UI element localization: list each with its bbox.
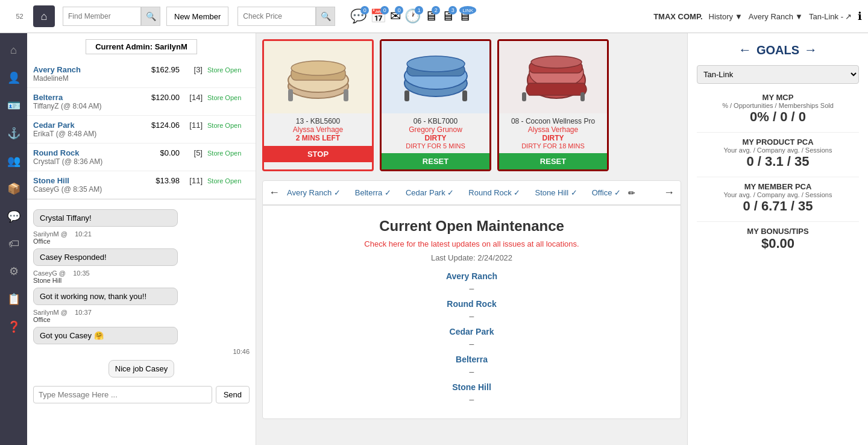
email-badge: 0 [395,6,403,14]
email-nav-item[interactable]: 0 ✉ [390,8,401,24]
sidebar-icon-list[interactable]: 📋 [0,288,27,311]
maintenance-dash-cedar: – [275,339,668,349]
find-member-search[interactable]: 🔍 [63,7,160,26]
sidebar-icon-person[interactable]: 👤 [0,66,27,89]
location-amount: $124.06 [131,121,180,130]
chat-message-4: Got you Casey 🤗 [33,327,178,344]
bed-reset-button[interactable]: RESET [382,153,489,169]
bed-stop-button[interactable]: STOP [264,146,372,162]
sidebar-icon-box[interactable]: 📦 [0,177,27,200]
bed-status: DIRTY [384,134,487,142]
monitor1-nav-item[interactable]: 2 🖥 [424,8,438,24]
history-dropdown[interactable]: History ▼ [709,12,743,21]
goals-member-pca-sub: Your avg. / Company avg. / Sessions [697,191,859,198]
tab-roundrock[interactable]: Round Rock ✓ [461,186,527,200]
wechat-nav-item[interactable]: 0 💬 [350,8,366,24]
home-button[interactable]: ⌂ [33,5,55,27]
maintenance-box: Current Open Maintenance Check here for … [262,205,681,419]
goals-bonus-value: $0.00 [697,236,859,251]
location-name: Stone Hill [33,176,102,185]
svg-rect-17 [580,92,585,101]
monitor2-nav-item[interactable]: 3 🖥 [441,8,454,24]
check-price-button[interactable]: 🔍 [316,7,335,26]
sidebar-icon-user-plus[interactable]: 👥 [0,150,27,172]
goals-title: GOALS [756,43,799,57]
tab-belterra[interactable]: Belterra ✓ [348,186,398,200]
bed-status: DIRTY [502,134,605,142]
find-member-button[interactable]: 🔍 [141,7,160,26]
sidebar-icon-chat[interactable]: 💬 [0,205,27,228]
monitor-link-nav-item[interactable]: LINK 🖥 [458,8,471,24]
store-status: Store Open [207,94,241,101]
sidebar-icons: ⌂ 👤 🪪 ⚓ 👥 📦 💬 🏷 ⚙ 📋 ❓ [0,33,27,445]
goals-bonus-section: MY BONUS/TIPS $0.00 [697,227,859,251]
chat-message-1: Crystal Tiffany! [33,209,178,227]
right-panel: ← GOALS → Tan-Link MY MCP % / Opportunit… [687,33,868,445]
check-price-search[interactable]: 🔍 [237,7,335,26]
new-member-button[interactable]: New Member [166,7,228,26]
bed-reset-button[interactable]: RESET [499,153,607,169]
goals-product-pca-value: 0 / 3.1 / 35 [697,154,859,169]
sidebar-icon-settings[interactable]: ⚙ [0,260,27,283]
location-row-avery[interactable]: Avery Ranch MadelineM $162.95 [3] Store … [27,60,256,88]
bed-svg-1 [282,47,354,107]
bed-info-1: 13 - KBL5600 Alyssa Verhage 2 MINS LEFT [264,113,372,146]
bed-image-3 [499,41,607,113]
location-row-stonehill[interactable]: Stone Hill CaseyG (@ 8:35 AM) $13.98 [11… [27,171,256,199]
location-row-roundrock[interactable]: Round Rock CrystalT (@ 8:36 AM) $0.00 [5… [27,144,256,171]
app-version: 52 [6,13,33,20]
bed-card-3[interactable]: 08 - Cocoon Wellness Pro Alyssa Verhage … [497,39,609,171]
sidebar-icon-anchor[interactable]: ⚓ [0,122,27,145]
location-row-belterra[interactable]: Belterra TiffanyZ (@ 8:04 AM) $120.00 [1… [27,88,256,116]
chat-input[interactable] [33,386,212,403]
chat-message-2: Casey Responded! [33,248,178,266]
tab-avery[interactable]: Avery Ranch ✓ [280,186,348,200]
tabs-prev-arrow[interactable]: ← [269,186,280,199]
info-icon[interactable]: ℹ [858,10,862,23]
location-count: [14] [184,93,203,102]
bed-card-2[interactable]: 06 - KBL7000 Gregory Grunow DIRTY DIRTY … [380,39,491,171]
calendar-nav-item[interactable]: 0 📅 [370,8,386,24]
maintenance-loc-cedar: Cedar Park [275,327,668,336]
bed-info-3: 08 - Cocoon Wellness Pro Alyssa Verhage … [499,113,607,153]
svg-rect-16 [522,92,526,101]
maintenance-loc-stonehill: Stone Hill [275,382,668,392]
location-name: Avery Ranch [33,65,81,74]
goals-location-select[interactable]: Tan-Link [697,65,859,84]
store-status: Store Open [207,150,241,157]
svg-point-3 [291,61,345,75]
chat-send-button[interactable]: Send [216,386,250,403]
goals-member-pca-value: 0 / 6.71 / 35 [697,198,859,214]
location-name: Cedar Park [33,121,96,130]
monitor2-badge: 3 [448,6,457,14]
check-price-input[interactable] [237,7,316,26]
location-amount: $0.00 [131,148,180,157]
bed-info-2: 06 - KBL7000 Gregory Grunow DIRTY DIRTY … [382,113,489,153]
maintenance-dash-stonehill: – [275,394,668,404]
tab-cedar[interactable]: Cedar Park ✓ [398,186,461,200]
bed-card-1[interactable]: 13 - KBL5600 Alyssa Verhage 2 MINS LEFT … [262,39,374,171]
goals-mcp-section: MY MCP % / Opportunities / Memberships S… [697,93,859,125]
tab-office[interactable]: Office ✓ [585,186,628,200]
top-nav: 52 ⌂ 🔍 New Member 🔍 0 💬 0 📅 0 ✉ 1 🕐 [0,0,868,33]
monitor1-badge: 2 [432,6,440,14]
tan-link-dropdown[interactable]: Tan-Link - ↗ [809,12,852,21]
location-dropdown[interactable]: Avery Ranch ▼ [749,12,803,21]
bed-dirty-time: DIRTY FOR 18 MINS [502,142,605,150]
tab-stonehill[interactable]: Stone Hill ✓ [527,186,584,200]
maintenance-loc-belterra: Belterra [275,355,668,364]
goals-product-pca-sub: Your avg. / Company avg. / Sessions [697,147,859,154]
clock-nav-item[interactable]: 1 🕐 [404,8,421,24]
chevron-down-icon: ▼ [795,12,803,21]
sidebar-icon-home[interactable]: ⌂ [0,39,27,62]
sidebar-icon-card[interactable]: 🪪 [0,94,27,117]
tabs-next-arrow[interactable]: → [664,186,675,199]
sidebar-icon-question[interactable]: ❓ [0,315,27,338]
store-status: Store Open [207,177,241,185]
bed-id: 06 - KBL7000 [384,117,487,125]
maintenance-update: Last Update: 2/24/2022 [275,253,668,262]
sidebar-icon-tag[interactable]: 🏷 [0,233,27,255]
edit-icon[interactable]: ✏ [628,188,635,198]
find-member-input[interactable] [63,7,141,26]
location-row-cedar[interactable]: Cedar Park ErikaT (@ 8:48 AM) $124.06 [1… [27,116,256,144]
